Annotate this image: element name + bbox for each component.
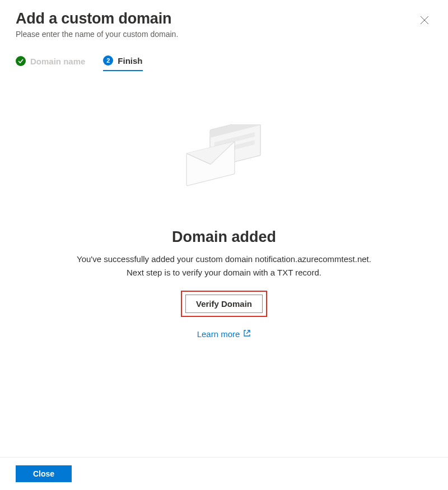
step-label: Domain name [30, 57, 85, 66]
step-indicator: Domain name 2 Finish [16, 55, 432, 71]
external-link-icon [243, 329, 251, 339]
learn-more-link[interactable]: Learn more [197, 329, 251, 339]
close-icon[interactable] [417, 12, 432, 28]
close-button[interactable]: Close [16, 465, 72, 482]
step-finish[interactable]: 2 Finish [103, 55, 142, 71]
domain-illustration [176, 124, 272, 208]
check-icon [16, 56, 26, 66]
learn-more-label: Learn more [197, 329, 240, 339]
step-domain-name[interactable]: Domain name [16, 55, 85, 71]
verify-highlight-box: Verify Domain [181, 291, 267, 317]
success-line-1: You've successfully added your custom do… [77, 254, 371, 264]
verify-domain-button[interactable]: Verify Domain [185, 295, 263, 313]
success-line-2: Next step is to verify your domain with … [127, 268, 321, 277]
step-label: Finish [118, 56, 142, 66]
step-number-badge: 2 [103, 55, 113, 66]
panel-title: Add a custom domain [16, 10, 178, 27]
success-body: You've successfully added your custom do… [77, 253, 371, 279]
panel-subtitle: Please enter the name of your custom dom… [16, 30, 178, 39]
panel-footer: Close [0, 457, 448, 490]
success-headline: Domain added [172, 228, 276, 246]
